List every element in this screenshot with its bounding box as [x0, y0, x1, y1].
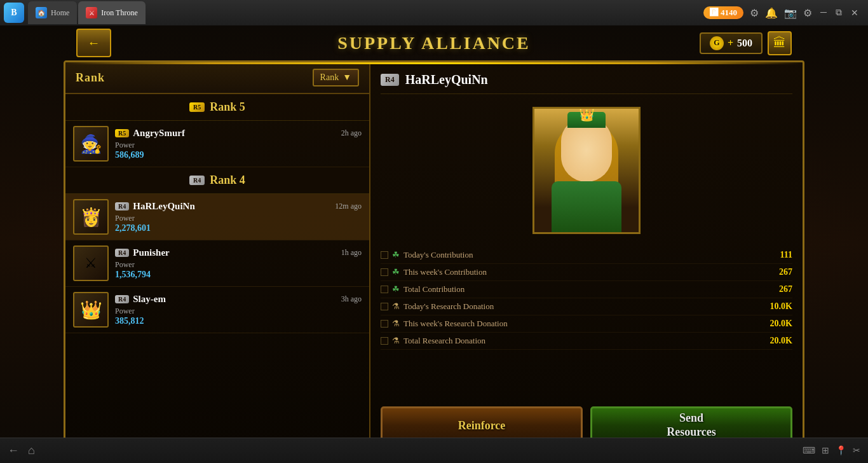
home-tab-icon: 🏠	[36, 7, 47, 18]
home-tab-label: Home	[51, 8, 69, 18]
stat-row-todays-contribution: ☘ Today's Contribution 111	[381, 247, 792, 264]
taskbar-location-icon[interactable]: 📍	[836, 445, 846, 456]
r4-badge: R4	[189, 176, 205, 185]
stat-checkbox-4	[381, 303, 388, 310]
member-name-hq: HaRLeyQuiNn	[133, 201, 195, 212]
flask-icon-2: ⚗	[392, 319, 400, 329]
member-item-slayem[interactable]: 👑 R4 Slay-em Power 385,812 3h ago	[65, 287, 369, 333]
stat-row-todays-research: ⚗ Today's Research Donation 10.0K	[381, 298, 792, 315]
game-header: ← SUPPLY ALLIANCE G + 500 🏛	[0, 25, 868, 60]
taskbar-right: ⌨ ⊞ 📍 ✂	[803, 445, 860, 456]
rank-label: Rank	[76, 71, 105, 85]
bs-notification-icon[interactable]: 🔔	[765, 7, 778, 19]
rank-badge-r4-s: R4	[115, 295, 129, 303]
member-item-angrysmurf[interactable]: 🧙 R5 AngrySmurf Power 586,689 2h ago	[65, 121, 369, 167]
back-button[interactable]: ←	[76, 29, 111, 57]
bs-gear-icon[interactable]: ⚙	[803, 7, 812, 19]
member-power-hq: 2,278,601	[115, 223, 329, 233]
member-name-row-p: R4 Punisher	[115, 247, 335, 258]
stat-checkbox-2	[381, 268, 388, 276]
member-name-row: R5 AngrySmurf	[115, 128, 335, 139]
page-title: SUPPLY ALLIANCE	[337, 33, 531, 53]
power-label: Power	[115, 141, 335, 150]
queen-body	[552, 181, 621, 232]
member-time-p: 1h ago	[341, 248, 362, 258]
window-controls: ─ ⧉ ✕	[818, 8, 860, 18]
rank5-section-header: R5 Rank 5	[65, 94, 369, 121]
member-name-row-s: R4 Slay-em	[115, 294, 335, 305]
stat-value-5: 20.0K	[770, 319, 792, 329]
stat-label-1: Today's Contribution	[403, 250, 776, 260]
taskbar-back-icon[interactable]: ←	[8, 444, 19, 457]
send-resources-label: SendResources	[667, 411, 716, 438]
currency-box: G + 500	[700, 32, 763, 54]
stat-value-3: 267	[779, 284, 792, 294]
close-btn[interactable]: ✕	[849, 8, 860, 18]
taskbar-keyboard-icon[interactable]: ⌨	[803, 445, 815, 456]
rank4-title: Rank 4	[210, 174, 245, 187]
member-power-p: 1,536,794	[115, 270, 335, 280]
bank-icon[interactable]: 🏛	[768, 31, 792, 55]
stat-label-2: This week's Contribution	[403, 267, 775, 277]
power-label-p: Power	[115, 260, 335, 270]
flask-icon-1: ⚗	[392, 301, 400, 312]
member-list: R5 Rank 5 🧙 R5 AngrySmurf Power 586,68	[65, 94, 369, 455]
stat-label-6: Total Research Donation	[403, 336, 766, 346]
profile-name: HaRLeyQuiNn	[405, 73, 488, 87]
gold-icon: G	[710, 36, 724, 50]
member-item-punisher[interactable]: ⚔ R4 Punisher Power 1,536,794 1h ago	[65, 240, 369, 287]
member-name-p: Punisher	[133, 247, 170, 258]
queen-face	[561, 118, 612, 182]
stat-value-4: 10.0K	[770, 301, 792, 312]
avatar-slayem: 👑	[73, 292, 109, 328]
currency-area: G + 500 🏛	[700, 31, 792, 55]
member-name-s: Slay-em	[133, 294, 166, 305]
coins-value: 4140	[721, 8, 737, 18]
tab-home[interactable]: 🏠 Home	[28, 1, 77, 24]
currency-plus[interactable]: +	[728, 38, 733, 49]
taskbar: ← ⌂ ⌨ ⊞ 📍 ✂	[0, 438, 868, 463]
rank-header: Rank Rank ▼	[65, 62, 369, 94]
rank-dropdown[interactable]: Rank ▼	[313, 69, 359, 86]
clover-icon-2: ☘	[392, 267, 400, 277]
member-name: AngrySmurf	[133, 128, 185, 139]
stat-value-1: 111	[780, 250, 792, 260]
rank-badge-r4-hq: R4	[115, 202, 129, 211]
member-item-harleyquinn[interactable]: 👸 R4 HaRLeyQuiNn Power 2,278,601 12m ago	[65, 194, 369, 240]
stat-row-total-contribution: ☘ Total Contribution 267	[381, 281, 792, 298]
member-info-punisher: R4 Punisher Power 1,536,794	[115, 247, 335, 280]
coins-display: 🅿 4140	[703, 6, 743, 19]
member-info-angrysmurf: R5 AngrySmurf Power 586,689	[115, 128, 335, 160]
tab-game[interactable]: ⚔ Iron Throne	[78, 1, 145, 24]
stat-value-2: 267	[779, 267, 792, 277]
stat-value-6: 20.0K	[770, 336, 792, 346]
avatar-harleyquinn: 👸	[73, 199, 109, 235]
profile-header: R4 HaRLeyQuiNn	[381, 73, 792, 94]
member-time: 2h ago	[341, 128, 362, 138]
avatar-punisher: ⚔	[73, 245, 109, 281]
member-info-slayem: R4 Slay-em Power 385,812	[115, 294, 335, 326]
back-arrow-icon: ←	[88, 36, 100, 50]
stat-checkbox-1	[381, 251, 388, 259]
bs-camera-icon[interactable]: 📷	[784, 7, 797, 19]
member-name-row-hq: R4 HaRLeyQuiNn	[115, 201, 329, 212]
minimize-btn[interactable]: ─	[818, 8, 829, 18]
power-label-hq: Power	[115, 214, 329, 223]
clover-icon-3: ☘	[392, 284, 400, 294]
r5-badge: R5	[189, 102, 205, 112]
restore-btn[interactable]: ⧉	[834, 8, 844, 18]
profile-rank-badge: R4	[381, 74, 399, 86]
portrait-inner	[534, 109, 639, 232]
stat-row-weekly-research: ⚗ This week's Research Donation 20.0K	[381, 315, 792, 333]
member-time-hq: 12m ago	[335, 202, 362, 211]
taskbar-home-icon[interactable]: ⌂	[28, 444, 35, 457]
portrait-frame	[532, 107, 641, 234]
member-time-s: 3h ago	[341, 294, 362, 304]
stat-label-5: This week's Research Donation	[403, 319, 766, 329]
taskbar-expand-icon[interactable]: ⊞	[822, 445, 829, 456]
member-info-harleyquinn: R4 HaRLeyQuiNn Power 2,278,601	[115, 201, 329, 233]
taskbar-cut-icon[interactable]: ✂	[853, 445, 860, 456]
bs-settings-icon[interactable]: ⚙	[750, 7, 759, 19]
bluestacks-logo: B	[4, 3, 24, 23]
stat-row-weekly-contribution: ☘ This week's Contribution 267	[381, 264, 792, 281]
